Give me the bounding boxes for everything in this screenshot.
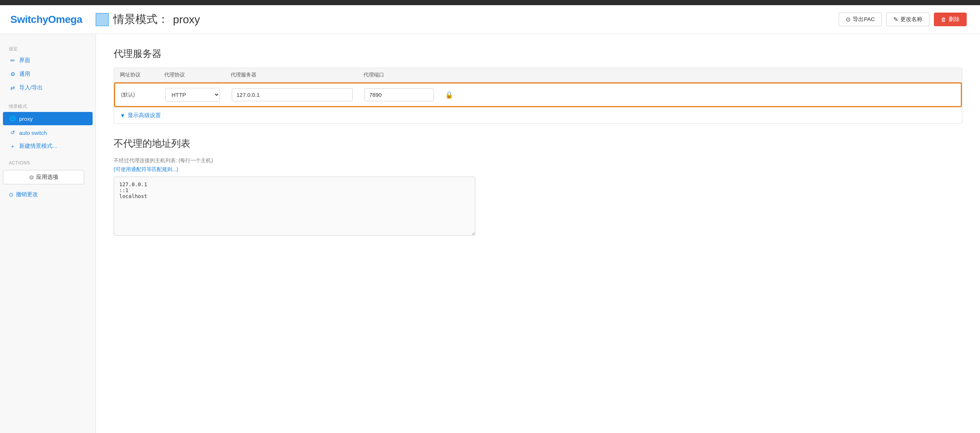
apply-label: 应用选项	[36, 174, 58, 181]
cancel-icon: ⊙	[9, 192, 14, 198]
title-bar-left: SwitchyOmega 情景模式： proxy	[10, 12, 200, 27]
no-proxy-section-title: 不代理的地址列表	[114, 137, 962, 150]
chevron-down-icon: ▼	[120, 112, 126, 118]
lock-cell: 🔒	[440, 91, 458, 99]
show-advanced-link[interactable]: ▼ 显示高级设置	[114, 107, 962, 123]
title-bar: SwitchyOmega 情景模式： proxy ⊙ 导出PAC ✎ 更改名称 …	[0, 5, 980, 34]
sidebar-item-auto-switch[interactable]: ↺ auto switch	[0, 126, 95, 139]
sidebar-item-import-export[interactable]: ⇄ 导入/导出	[0, 81, 95, 94]
page-title-name: proxy	[173, 13, 200, 26]
app-container: SwitchyOmega 情景模式： proxy ⊙ 导出PAC ✎ 更改名称 …	[0, 5, 980, 433]
delete-button[interactable]: 🗑 删除	[934, 13, 967, 26]
proxy-port-cell	[359, 88, 440, 101]
sidebar-item-proxy-label: proxy	[19, 116, 33, 122]
sidebar-item-general-label: 通用	[19, 70, 30, 78]
page-title-prefix: 情景模式：	[113, 12, 169, 27]
sidebar-item-import-export-label: 导入/导出	[19, 84, 43, 91]
export-pac-label: 导出PAC	[853, 16, 875, 23]
app-logo: SwitchyOmega	[10, 14, 82, 26]
profiles-section-label: 情景模式	[0, 101, 95, 111]
delete-label: 删除	[949, 16, 960, 23]
proxy-protocol-cell: HTTP HTTPS SOCKS4 SOCKS5	[159, 88, 226, 102]
page-title: 情景模式： proxy	[90, 12, 200, 27]
no-proxy-link[interactable]: (可使用通配符等匹配规则...)	[114, 166, 962, 173]
col-header-url-protocol: 网址协议	[114, 72, 158, 78]
proxy-section-title: 代理服务器	[114, 47, 962, 60]
rename-icon: ✎	[893, 16, 898, 23]
title-bar-right: ⊙ 导出PAC ✎ 更改名称 🗑 删除	[839, 13, 967, 26]
sidebar-item-interface-label: 界面	[19, 57, 30, 64]
proxy-server-input[interactable]	[232, 88, 353, 101]
actions-section-label: ACTIONS	[0, 159, 95, 167]
rename-label: 更改名称	[900, 16, 923, 23]
main-content: 代理服务器 网址协议 代理协议 代理服务器 代理端口 (默认) HTTP HTT…	[96, 34, 980, 433]
proxy-port-input[interactable]	[364, 88, 434, 101]
proxy-server-cell	[226, 88, 359, 101]
proxy-table: 网址协议 代理协议 代理服务器 代理端口 (默认) HTTP HTTPS SOC…	[114, 68, 962, 124]
url-protocol-cell: (默认)	[115, 92, 159, 98]
body-layout: 设定 ✏ 界面 ⚙ 通用 ⇄ 导入/导出 情景模式 🌐 proxy ↺ aut	[0, 34, 980, 433]
sidebar: 设定 ✏ 界面 ⚙ 通用 ⇄ 导入/导出 情景模式 🌐 proxy ↺ aut	[0, 34, 96, 433]
show-advanced-label: 显示高级设置	[128, 112, 161, 119]
apply-icon: ⊙	[29, 174, 34, 181]
cancel-button[interactable]: ⊙ 撤销更改	[9, 189, 38, 200]
proxy-table-row: (默认) HTTP HTTPS SOCKS4 SOCKS5	[114, 82, 962, 107]
sidebar-item-proxy[interactable]: 🌐 proxy	[3, 112, 92, 125]
sidebar-item-new-profile[interactable]: + 新建情景模式...	[0, 139, 95, 153]
settings-section-label: 设定	[0, 43, 95, 54]
sidebar-divider-1	[0, 94, 95, 101]
rename-button[interactable]: ✎ 更改名称	[886, 13, 929, 26]
lock-icon[interactable]: 🔒	[445, 91, 453, 99]
top-header-bar	[0, 0, 980, 5]
cancel-label: 撤销更改	[16, 191, 38, 198]
apply-button[interactable]: ⊙ 应用选项	[3, 170, 84, 184]
import-export-icon: ⇄	[9, 85, 16, 91]
col-header-proxy-server: 代理服务器	[225, 72, 358, 78]
col-header-proxy-port: 代理端口	[358, 72, 439, 78]
page-icon	[95, 13, 109, 26]
sidebar-divider-2	[0, 153, 95, 159]
auto-switch-icon: ↺	[9, 129, 16, 136]
gear-icon: ⚙	[9, 71, 16, 78]
no-proxy-desc: 不经过代理连接的主机列表: (每行一个主机)	[114, 157, 962, 164]
plus-icon: +	[9, 143, 16, 149]
proxy-protocol-select[interactable]: HTTP HTTPS SOCKS4 SOCKS5	[165, 88, 220, 102]
globe-icon: 🌐	[9, 115, 16, 122]
export-pac-button[interactable]: ⊙ 导出PAC	[839, 13, 882, 26]
no-proxy-section: 不代理的地址列表 不经过代理连接的主机列表: (每行一个主机) (可使用通配符等…	[114, 137, 962, 237]
no-proxy-textarea[interactable]: 127.0.0.1 ::1 localhost	[114, 177, 475, 236]
export-pac-icon: ⊙	[846, 16, 851, 23]
sidebar-item-general[interactable]: ⚙ 通用	[0, 67, 95, 81]
sidebar-item-new-profile-label: 新建情景模式...	[19, 142, 57, 150]
interface-icon: ✏	[9, 57, 16, 64]
col-header-proxy-protocol: 代理协议	[158, 72, 225, 78]
sidebar-item-interface[interactable]: ✏ 界面	[0, 54, 95, 67]
delete-icon: 🗑	[941, 16, 947, 22]
proxy-table-header: 网址协议 代理协议 代理服务器 代理端口	[114, 68, 962, 82]
sidebar-item-auto-switch-label: auto switch	[19, 130, 47, 136]
